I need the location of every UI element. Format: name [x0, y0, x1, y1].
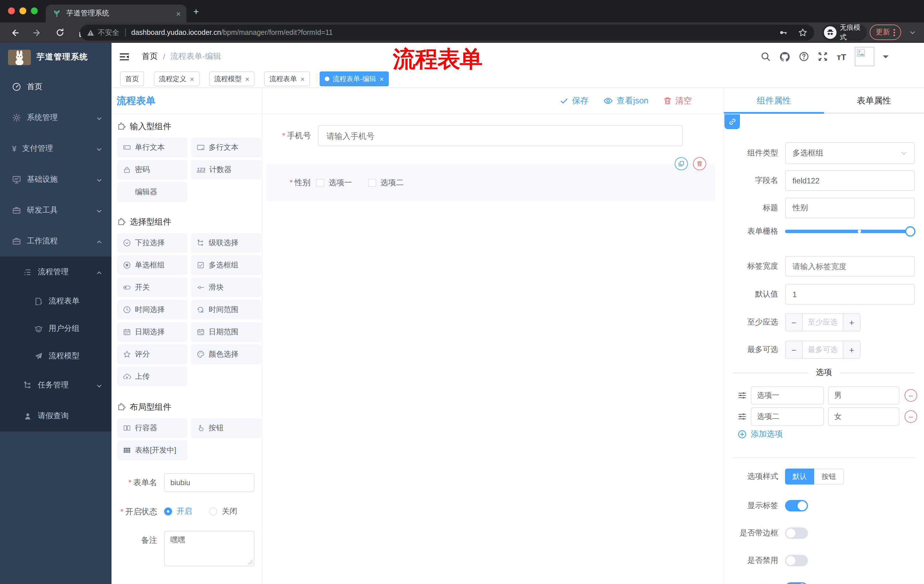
- menu-dots-icon[interactable]: [893, 28, 895, 36]
- palette-item-date-range[interactable]: 日期范围: [191, 322, 261, 342]
- window-close-button[interactable]: [8, 7, 15, 14]
- url-bar[interactable]: 不安全 dashboard.yudao.iocoder.cn/bpm/manag…: [80, 25, 814, 41]
- checkbox[interactable]: [368, 179, 376, 187]
- browser-tab[interactable]: 芋道管理系统 ×: [46, 5, 186, 22]
- label-width-input[interactable]: [785, 256, 915, 276]
- slider-handle[interactable]: [905, 226, 916, 237]
- option-value-input[interactable]: [828, 408, 899, 426]
- tag-close-icon[interactable]: ×: [190, 74, 194, 83]
- sidebar-item-task-mgmt[interactable]: 任务管理: [0, 370, 112, 401]
- palette-item-checkbox-group[interactable]: 多选框组: [191, 255, 261, 275]
- component-type-select[interactable]: 多选框组: [785, 142, 915, 164]
- stepper-value[interactable]: 至少应选: [803, 314, 843, 331]
- palette-item-rate[interactable]: 评分: [117, 345, 188, 364]
- key-icon[interactable]: [779, 28, 788, 37]
- breadcrumb-home[interactable]: 首页: [142, 51, 158, 62]
- delete-component-button[interactable]: [693, 157, 706, 170]
- form-name-input[interactable]: [164, 473, 254, 492]
- form-remark-textarea[interactable]: 嘿嘿: [164, 531, 254, 566]
- tag-process-form-edit[interactable]: 流程表单-编辑×: [320, 71, 389, 86]
- remove-option-button[interactable]: −: [904, 410, 917, 423]
- stepper-decrease-button[interactable]: −: [785, 314, 803, 331]
- github-icon[interactable]: [780, 51, 790, 62]
- title-input[interactable]: [785, 198, 915, 218]
- sidebar-item-leave-query[interactable]: 请假查询: [0, 401, 112, 431]
- view-json-button[interactable]: 查看json: [604, 95, 648, 106]
- avatar[interactable]: [855, 47, 874, 66]
- palette-item-color-picker[interactable]: 颜色选择: [191, 345, 261, 364]
- help-icon[interactable]: [799, 51, 809, 62]
- gender-checkbox-1[interactable]: 选项一: [316, 178, 352, 188]
- font-size-icon[interactable]: тT: [837, 52, 846, 61]
- palette-item-password[interactable]: 密码: [117, 160, 188, 179]
- palette-item-button[interactable]: 按钮: [191, 418, 261, 438]
- sidebar-fold-icon[interactable]: [119, 52, 129, 61]
- sidebar-item-infra[interactable]: 基础设施: [0, 164, 112, 195]
- sidebar-item-home[interactable]: 首页: [0, 71, 112, 102]
- required-toggle[interactable]: [785, 582, 808, 584]
- tag-close-icon[interactable]: ×: [380, 74, 384, 83]
- status-radio-off[interactable]: 关闭: [209, 506, 237, 517]
- palette-item-radio-group[interactable]: 单选框组: [117, 255, 188, 275]
- window-zoom-button[interactable]: [31, 7, 38, 14]
- with-border-toggle[interactable]: [785, 527, 808, 539]
- resize-handle[interactable]: [248, 559, 253, 564]
- canvas-field-gender-selected[interactable]: *性别 选项一 选项二: [266, 164, 715, 201]
- palette-item-row-container[interactable]: 行容器: [117, 418, 188, 438]
- palette-item-time-picker[interactable]: 时间选择: [117, 300, 188, 319]
- tab-close-icon[interactable]: ×: [176, 9, 181, 18]
- stepper-decrease-button[interactable]: −: [785, 341, 803, 358]
- checkbox[interactable]: [316, 179, 324, 187]
- tag-process-form[interactable]: 流程表单×: [264, 71, 310, 86]
- status-radio-on[interactable]: 开启: [164, 506, 192, 517]
- window-minimize-button[interactable]: [20, 7, 26, 14]
- bookmark-star-icon[interactable]: [798, 28, 807, 37]
- palette-item-switch[interactable]: 开关: [117, 278, 188, 297]
- gender-checkbox-2[interactable]: 选项二: [368, 178, 404, 188]
- tag-close-icon[interactable]: ×: [245, 74, 249, 83]
- option-value-input[interactable]: [828, 386, 899, 405]
- copy-component-button[interactable]: [675, 157, 688, 170]
- update-button[interactable]: 更新: [870, 25, 901, 40]
- back-icon[interactable]: [6, 28, 23, 38]
- disabled-toggle[interactable]: [785, 555, 808, 566]
- drag-handle-icon[interactable]: [738, 391, 747, 400]
- tag-process-definition[interactable]: 流程定义×: [154, 71, 199, 86]
- palette-item-table[interactable]: 表格[开发中]: [117, 441, 188, 460]
- profile-chevron-icon[interactable]: [909, 29, 916, 36]
- forward-icon[interactable]: [29, 28, 46, 38]
- drag-handle-icon[interactable]: [738, 412, 747, 421]
- sidebar-item-user-group[interactable]: 用户分组: [0, 315, 112, 342]
- palette-item-cascader[interactable]: 级联选择: [191, 233, 261, 253]
- show-label-toggle[interactable]: [785, 500, 808, 512]
- remove-option-button[interactable]: −: [904, 389, 917, 402]
- sidebar-item-devtools[interactable]: 研发工具: [0, 195, 112, 226]
- form-grid-slider[interactable]: [785, 230, 910, 233]
- option-label-input[interactable]: [751, 408, 824, 426]
- avatar-caret-icon[interactable]: [883, 55, 889, 61]
- clear-button[interactable]: 清空: [663, 95, 692, 106]
- tag-close-icon[interactable]: ×: [300, 74, 304, 83]
- sidebar-item-workflow[interactable]: 工作流程: [0, 226, 112, 257]
- sidebar-item-payment[interactable]: ¥ 支付管理: [0, 133, 112, 164]
- sidebar-item-system[interactable]: 系统管理: [0, 102, 112, 133]
- stepper-value[interactable]: 最多可选: [803, 341, 843, 358]
- tab-component-props[interactable]: 组件属性: [724, 88, 824, 114]
- palette-item-date-picker[interactable]: 日期选择: [117, 322, 188, 342]
- default-value-input[interactable]: [785, 284, 915, 304]
- palette-item-single-text[interactable]: 单行文本: [117, 138, 188, 157]
- palette-item-editor[interactable]: 编辑器: [117, 182, 188, 202]
- new-tab-button[interactable]: +: [193, 7, 199, 16]
- palette-item-upload[interactable]: 上传: [117, 367, 188, 386]
- field-name-input[interactable]: [785, 170, 915, 191]
- phone-input[interactable]: [318, 125, 683, 146]
- save-button[interactable]: 保存: [560, 95, 589, 106]
- option-label-input[interactable]: [751, 386, 824, 405]
- style-button-button[interactable]: 按钮: [814, 469, 844, 485]
- search-icon[interactable]: [761, 51, 771, 62]
- tag-home[interactable]: 首页: [120, 71, 144, 86]
- palette-item-time-range[interactable]: 时间范围: [191, 300, 261, 319]
- tag-process-model[interactable]: 流程模型×: [209, 71, 254, 86]
- palette-item-multi-text[interactable]: 多行文本: [191, 138, 261, 157]
- canvas-field-phone[interactable]: *手机号: [262, 125, 723, 146]
